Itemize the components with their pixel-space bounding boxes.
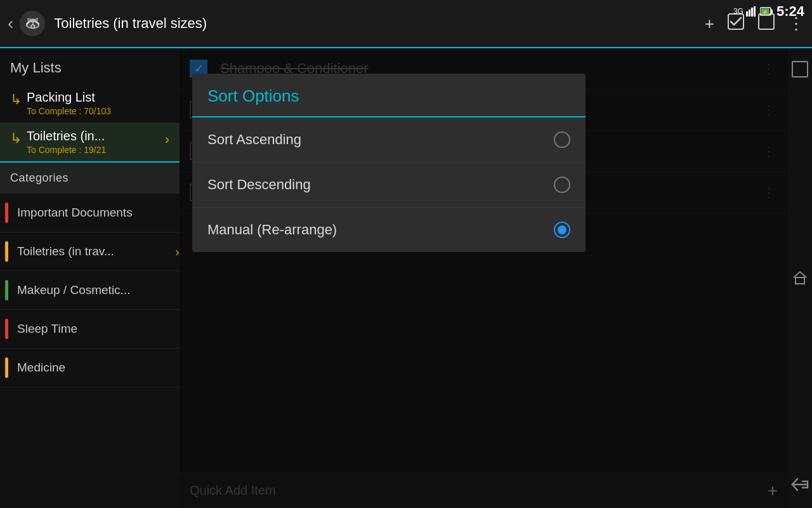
home-icon[interactable] (792, 61, 808, 81)
nav-arrow-icon: › (165, 131, 169, 148)
back-button[interactable]: ‹ (8, 13, 13, 34)
status-icons: 3G ⚡ (733, 6, 773, 17)
modal-overlay[interactable]: Sort Options Sort Ascending Sort Descend… (180, 48, 788, 508)
svg-rect-12 (792, 62, 808, 77)
toiletries-name: Toiletries (in... (27, 129, 162, 144)
category-sleep[interactable]: Sleep Time (0, 310, 180, 349)
packing-list-sub: To Complete : 70/103 (27, 106, 169, 116)
sort-manual-label: Manual (Re-arrange) (207, 222, 337, 238)
sort-descending-label: Sort Descending (207, 177, 311, 193)
svg-rect-5 (749, 10, 750, 17)
packing-list-info: Packing List To Complete : 70/103 (27, 90, 169, 116)
sort-dialog: Sort Options Sort Ascending Sort Descend… (192, 74, 586, 252)
cat-color-bar (5, 241, 8, 262)
list-arrow-icon: ↳ (10, 91, 22, 108)
svg-rect-13 (796, 277, 804, 284)
house-icon[interactable] (792, 269, 808, 290)
back-icon[interactable] (791, 478, 809, 495)
app-icon: 🦝 (18, 10, 46, 37)
svg-rect-9 (771, 10, 773, 13)
category-medicine[interactable]: Medicine (0, 349, 180, 387)
sort-manual-radio[interactable] (554, 222, 570, 238)
cat-label: Toiletries (in trav... (17, 244, 173, 258)
sort-option-manual[interactable]: Manual (Re-arrange) (192, 208, 586, 252)
sort-option-descending[interactable]: Sort Descending (192, 163, 586, 208)
cat-color-bar (5, 358, 8, 378)
toiletries-info: Toiletries (in... To Complete : 19/21 (27, 129, 162, 155)
cat-label: Important Documents (17, 206, 180, 220)
toiletries-sub: To Complete : 19/21 (27, 145, 162, 155)
network-label: 3G (733, 7, 743, 16)
sort-option-ascending[interactable]: Sort Ascending (192, 117, 586, 163)
sidebar-item-toiletries[interactable]: ↳ Toiletries (in... To Complete : 19/21 … (0, 123, 180, 161)
svg-rect-7 (754, 6, 756, 17)
svg-rect-4 (746, 11, 748, 17)
sort-ascending-label: Sort Ascending (207, 131, 301, 148)
status-bar: 3G ⚡ 5:24 (685, 0, 812, 23)
radio-dot (558, 225, 566, 234)
my-lists-label: My Lists (0, 48, 180, 84)
cat-label: Sleep Time (17, 322, 180, 336)
category-important-documents[interactable]: Important Documents (0, 194, 180, 232)
list-arrow-icon-2: ↳ (10, 130, 22, 147)
packing-list-name: Packing List (27, 90, 169, 105)
battery-icon: ⚡ (760, 6, 773, 17)
svg-text:⚡: ⚡ (762, 9, 768, 15)
sort-dialog-title: Sort Options (192, 74, 586, 117)
category-toiletries[interactable]: Toiletries (in trav... › (0, 232, 180, 271)
sort-ascending-radio[interactable] (554, 131, 570, 148)
svg-text:🦝: 🦝 (25, 15, 41, 30)
status-time: 5:24 (776, 3, 804, 20)
svg-rect-6 (751, 8, 753, 17)
cat-color-bar (5, 319, 8, 339)
cat-color-bar (5, 203, 8, 223)
sidebar-item-packing-list[interactable]: ↳ Packing List To Complete : 70/103 (0, 84, 180, 123)
cat-nav-arrow-icon: › (175, 244, 180, 259)
cat-color-bar (5, 280, 8, 300)
cat-label: Makeup / Cosmetic... (17, 283, 180, 297)
sidebar: My Lists ↳ Packing List To Complete : 70… (0, 48, 180, 508)
page-title: Toiletries (in travel sizes) (54, 15, 704, 32)
sort-descending-radio[interactable] (554, 177, 570, 193)
category-makeup[interactable]: Makeup / Cosmetic... (0, 271, 180, 310)
signal-icon (746, 6, 757, 17)
categories-label: Categories (0, 161, 180, 194)
right-nav-strip (788, 48, 812, 508)
cat-label: Medicine (17, 361, 180, 375)
